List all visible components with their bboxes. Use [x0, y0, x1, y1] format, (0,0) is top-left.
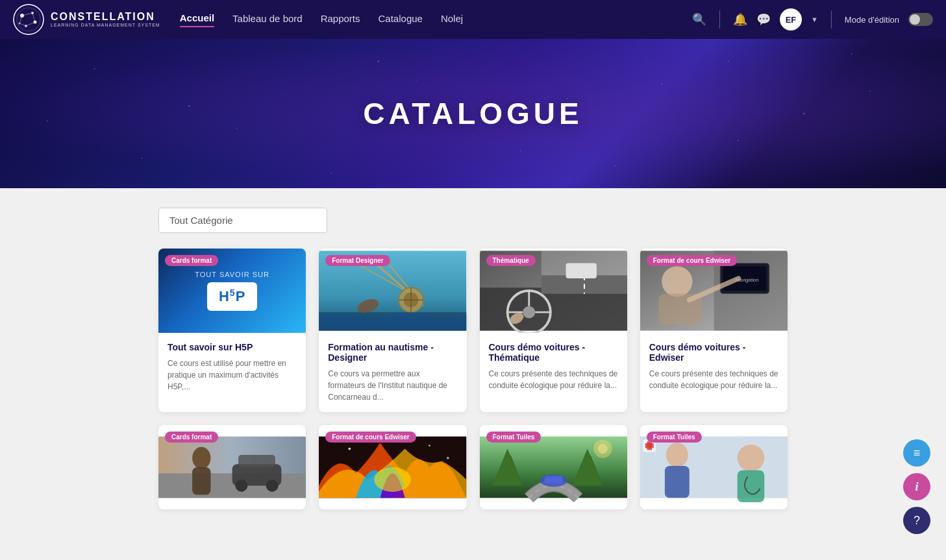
- svg-point-47: [235, 480, 247, 492]
- card-badge-medical: Format Tuiles: [647, 432, 702, 443]
- nav-links: Accueil Tableau de bord Rapports Catalog…: [180, 12, 692, 27]
- nav-divider: [719, 10, 720, 29]
- chat-icon: ≡: [914, 446, 921, 460]
- card-badge-car1: Thématique: [486, 255, 536, 266]
- card-body-h5p: Tout savoir sur H5P Ce cours est utilisé…: [158, 333, 306, 402]
- mode-edition-toggle[interactable]: [908, 13, 933, 26]
- card-title-sail: Formation au nautisme - Designer: [328, 342, 457, 363]
- constellation-logo-icon: [13, 4, 44, 35]
- nav-rapports[interactable]: Rapports: [321, 13, 360, 27]
- svg-line-8: [32, 13, 35, 22]
- svg-rect-72: [645, 443, 653, 448]
- svg-point-54: [447, 457, 449, 459]
- svg-point-1: [17, 8, 40, 31]
- card-badge-colorful: Format de cours Edwiser: [325, 432, 416, 443]
- info-icon: i: [915, 480, 918, 494]
- svg-point-44: [192, 447, 210, 469]
- svg-rect-67: [665, 466, 690, 498]
- svg-point-0: [14, 5, 44, 34]
- search-button[interactable]: 🔍: [692, 12, 706, 27]
- svg-point-66: [666, 443, 688, 467]
- svg-rect-69: [737, 470, 764, 502]
- card-body-car2: Cours démo voitures - Edwiser Ce cours p…: [640, 333, 788, 400]
- course-grid-bottom: Cards format Format de: [158, 425, 788, 509]
- card-body-car1: Cours démo voitures - Thématique Ce cour…: [480, 333, 627, 400]
- avatar-button[interactable]: EF: [780, 8, 802, 30]
- nav-nolej[interactable]: Nolej: [441, 13, 463, 27]
- nav-divider-2: [831, 10, 832, 29]
- info-fab-button[interactable]: i: [903, 473, 930, 500]
- card-image-h5p: Tout savoir sur H5P Cards format: [158, 249, 306, 333]
- nav-right: 🔍 🔔 💬 EF ▼ Mode d'édition: [692, 8, 933, 30]
- notifications-button[interactable]: 🔔: [733, 12, 747, 27]
- svg-point-51: [374, 467, 411, 492]
- messages-button[interactable]: 💬: [756, 12, 771, 27]
- hero-banner: CATALOGUE: [0, 39, 946, 188]
- course-card-h5p[interactable]: Tout savoir sur H5P Cards format Tout sa…: [158, 249, 306, 412]
- card-badge-car2: Format de cours Edwiser: [647, 255, 737, 266]
- card-badge-h5p: Cards format: [165, 255, 218, 266]
- logo[interactable]: CONSTELLATION LEARNING DATA MANAGEMENT S…: [13, 4, 160, 35]
- svg-rect-65: [640, 437, 788, 498]
- card-title-car2: Cours démo voitures - Edwiser: [649, 342, 778, 363]
- card-image-colorful: Format de cours Edwiser: [319, 425, 466, 509]
- svg-rect-61: [544, 476, 562, 483]
- card-desc-car2: Ce cours présente des techniques de cond…: [649, 368, 778, 391]
- help-icon: ?: [914, 514, 920, 528]
- chat-fab-button[interactable]: ≡: [903, 439, 930, 467]
- brand-tagline: LEARNING DATA MANAGEMENT SYSTEM: [51, 23, 160, 28]
- svg-rect-49: [238, 455, 275, 467]
- svg-point-63: [597, 444, 607, 454]
- svg-line-10: [19, 23, 26, 26]
- card-desc-car1: Ce cours présente des techniques de cond…: [489, 368, 618, 391]
- card-image-car1: Thématique: [480, 249, 627, 333]
- card-image-sail: Format Designer: [319, 249, 466, 333]
- h5p-logo: H5P: [207, 282, 257, 310]
- brand-name: CONSTELLATION: [51, 11, 160, 23]
- main-content: Tout Catégorie Tout savoir sur H5P Cards…: [0, 188, 946, 522]
- nav-accueil[interactable]: Accueil: [180, 12, 214, 27]
- card-image-street: Cards format: [158, 425, 306, 509]
- card-badge-street: Cards format: [165, 432, 218, 443]
- card-image-medical: Format Tuiles: [640, 425, 788, 509]
- svg-line-9: [26, 22, 35, 26]
- svg-rect-33: [566, 263, 596, 278]
- course-card-car1[interactable]: Thématique Cours démo voitures - Thémati…: [480, 249, 627, 412]
- card-title-car1: Cours démo voitures - Thématique: [489, 342, 618, 363]
- card-desc-h5p: Ce cours est utilisé pour mettre en prat…: [168, 358, 297, 393]
- course-card-street[interactable]: Cards format: [158, 425, 306, 509]
- help-fab-button[interactable]: ?: [903, 507, 930, 534]
- mode-edition-label: Mode d'édition: [845, 15, 899, 25]
- svg-point-48: [266, 480, 279, 492]
- card-image-forest: Format Tuiles: [480, 425, 627, 509]
- svg-point-53: [429, 444, 430, 446]
- course-card-colorful[interactable]: Format de cours Edwiser: [319, 425, 466, 509]
- course-card-car2[interactable]: Navigation Format de cours Edwiser Cours…: [640, 249, 788, 412]
- svg-rect-23: [480, 287, 627, 330]
- svg-point-35: [662, 266, 692, 297]
- course-card-sail[interactable]: Format Designer Formation au nautisme - …: [319, 249, 466, 412]
- card-image-car2: Navigation Format de cours Edwiser: [640, 249, 788, 333]
- navigation: CONSTELLATION LEARNING DATA MANAGEMENT S…: [0, 0, 946, 39]
- card-badge-sail: Format Designer: [325, 255, 390, 266]
- avatar-dropdown-arrow[interactable]: ▼: [811, 16, 818, 23]
- svg-point-52: [349, 448, 351, 450]
- card-desc-sail: Ce cours va permettre aux formateurs de …: [328, 368, 457, 403]
- svg-line-7: [22, 13, 32, 16]
- filter-bar: Tout Catégorie: [158, 208, 788, 233]
- category-select[interactable]: Tout Catégorie: [158, 208, 327, 233]
- catalogue-title: CATALOGUE: [363, 96, 583, 131]
- nav-tableau[interactable]: Tableau de bord: [232, 13, 303, 27]
- svg-rect-45: [192, 467, 210, 495]
- h5p-subtitle: Tout savoir sur: [195, 271, 269, 278]
- course-card-medical[interactable]: Format Tuiles: [640, 425, 788, 509]
- svg-point-25: [523, 306, 535, 319]
- nav-catalogue[interactable]: Catalogue: [379, 13, 423, 27]
- fab-container: ≡ i ?: [903, 439, 930, 534]
- svg-point-68: [737, 444, 764, 472]
- course-card-forest[interactable]: Format Tuiles: [480, 425, 627, 509]
- course-grid: Tout savoir sur H5P Cards format Tout sa…: [158, 249, 788, 412]
- card-badge-forest: Format Tuiles: [486, 432, 541, 443]
- card-title-h5p: Tout savoir sur H5P: [168, 342, 297, 352]
- card-body-sail: Formation au nautisme - Designer Ce cour…: [319, 333, 466, 412]
